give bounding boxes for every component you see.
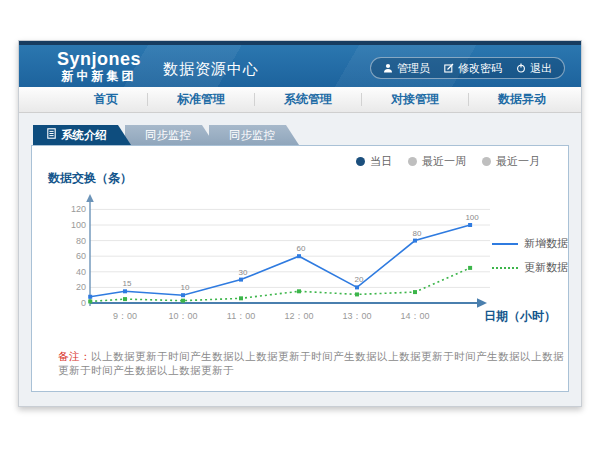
footnote-text: 以上数据更新于时间产生数据以上数据更新于时间产生数据以上数据更新于时间产生数据以… <box>58 350 564 376</box>
legend-item-update-data: 更新数据 <box>492 260 568 275</box>
svg-text:20: 20 <box>355 275 364 284</box>
tab-label: 同步监控 <box>145 125 191 145</box>
current-user-button[interactable]: 管理员 <box>383 61 430 76</box>
logout-label: 退出 <box>530 61 552 76</box>
edit-icon <box>444 63 454 73</box>
company-logo[interactable]: Synjones 新中新集团 <box>57 50 141 82</box>
svg-text:100: 100 <box>71 220 86 230</box>
logo-text-cn: 新中新集团 <box>57 70 141 82</box>
radio-last-week[interactable]: 最近一周 <box>408 154 466 169</box>
nav-item-docking-management[interactable]: 对接管理 <box>362 87 468 112</box>
page: Synjones 新中新集团 数据资源中心 管理员 修改密码 <box>0 0 600 450</box>
y-axis-title: 数据交换（条） <box>48 170 132 187</box>
tab-bar: 系统介绍 同步监控 同步监控 <box>33 125 569 145</box>
radio-selected-icon <box>356 157 365 166</box>
user-name-label: 管理员 <box>397 61 430 76</box>
legend-label: 更新数据 <box>524 260 568 275</box>
legend-line-dotted <box>492 267 518 269</box>
main-nav: 首页 标准管理 系统管理 对接管理 数据异动 <box>19 87 581 113</box>
svg-text:80: 80 <box>413 229 422 238</box>
document-icon <box>47 125 56 145</box>
legend-line-solid <box>492 243 518 245</box>
svg-text:30: 30 <box>239 268 248 277</box>
tab-sync-monitor-1[interactable]: 同步监控 <box>125 125 215 145</box>
tab-label: 系统介绍 <box>61 125 107 145</box>
radio-last-month[interactable]: 最近一月 <box>482 154 540 169</box>
radio-label: 当日 <box>370 154 392 169</box>
nav-item-standard-management[interactable]: 标准管理 <box>148 87 254 112</box>
radio-unselected-icon <box>408 157 417 166</box>
time-range-filter: 当日 最近一周 最近一月 <box>356 154 540 169</box>
svg-text:120: 120 <box>71 204 86 214</box>
radio-label: 最近一周 <box>422 154 466 169</box>
tab-system-intro[interactable]: 系统介绍 <box>33 125 131 145</box>
content-area: 系统介绍 同步监控 同步监控 当日 最近一周 <box>19 113 581 404</box>
svg-text:11：00: 11：00 <box>227 311 255 321</box>
change-password-label: 修改密码 <box>458 61 502 76</box>
radio-unselected-icon <box>482 157 491 166</box>
svg-text:60: 60 <box>297 244 306 253</box>
svg-text:80: 80 <box>76 236 86 246</box>
power-icon <box>516 63 526 73</box>
page-title: 数据资源中心 <box>163 60 259 79</box>
logout-button[interactable]: 退出 <box>516 61 552 76</box>
tab-sync-monitor-2[interactable]: 同步监控 <box>209 125 299 145</box>
svg-text:9：00: 9：00 <box>113 311 137 321</box>
svg-text:0: 0 <box>81 298 86 308</box>
chart-panel: 当日 最近一周 最近一月 数据交换（条） 0204060801001209：00… <box>31 145 569 392</box>
svg-text:100: 100 <box>465 213 479 222</box>
radio-label: 最近一月 <box>496 154 540 169</box>
svg-text:40: 40 <box>76 267 86 277</box>
nav-item-system-management[interactable]: 系统管理 <box>255 87 361 112</box>
nav-item-home[interactable]: 首页 <box>65 87 147 112</box>
logo-text-en: Synjones <box>57 50 141 68</box>
footnote: 备注：以上数据更新于时间产生数据以上数据更新于时间产生数据以上数据更新于时间产生… <box>58 350 568 378</box>
x-axis-title: 日期（小时） <box>484 308 556 325</box>
app-window: Synjones 新中新集团 数据资源中心 管理员 修改密码 <box>18 40 582 407</box>
legend-item-new-data: 新增数据 <box>492 236 568 251</box>
svg-text:14：00: 14：00 <box>400 311 429 321</box>
chart-legend: 新增数据 更新数据 <box>492 236 568 284</box>
radio-today[interactable]: 当日 <box>356 154 392 169</box>
svg-text:15: 15 <box>123 279 132 288</box>
nav-item-data-change[interactable]: 数据异动 <box>469 87 575 112</box>
tab-label: 同步监控 <box>229 125 275 145</box>
header: Synjones 新中新集团 数据资源中心 管理员 修改密码 <box>19 41 581 87</box>
footnote-prefix: 备注： <box>58 350 91 362</box>
legend-label: 新增数据 <box>524 236 568 251</box>
user-menu: 管理员 修改密码 退出 <box>370 57 565 79</box>
svg-text:13：00: 13：00 <box>342 311 371 321</box>
change-password-button[interactable]: 修改密码 <box>444 61 502 76</box>
svg-text:20: 20 <box>76 282 86 292</box>
svg-text:10: 10 <box>181 283 190 292</box>
user-icon <box>383 63 393 73</box>
line-chart: 0204060801001209：0010：0011：0012：0013：001… <box>60 188 490 328</box>
svg-text:60: 60 <box>76 251 86 261</box>
svg-text:10：00: 10：00 <box>168 311 197 321</box>
svg-text:12：00: 12：00 <box>284 311 313 321</box>
